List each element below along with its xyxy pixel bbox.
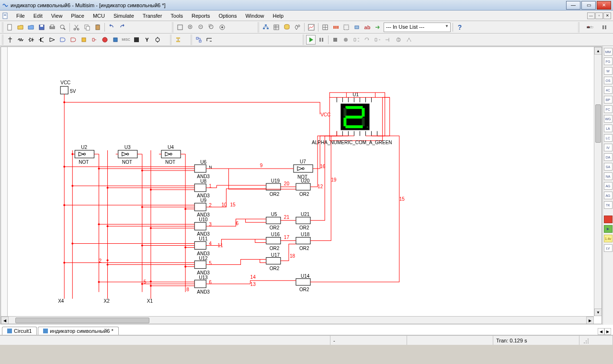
in-use-list-dropdown[interactable]: --- In Use List --- (384, 23, 451, 32)
record-button[interactable] (341, 35, 351, 45)
not-gate-u2[interactable]: U2 NOT (75, 145, 94, 165)
grapher-icon[interactable] (306, 23, 316, 32)
wattmeter-icon[interactable]: W (604, 67, 613, 75)
probe-current-icon[interactable] (604, 216, 613, 223)
hierarchy-icon[interactable] (261, 23, 271, 32)
seven-segment-display[interactable]: U1 VCC ALPHA_NUMERIC_COM_A_GREEN (312, 92, 392, 145)
place-source-icon[interactable] (5, 35, 15, 45)
tab-circuit1[interactable]: Circuit1 (2, 327, 37, 335)
not-gate-u7[interactable]: U7 NOT (294, 159, 313, 180)
vertical-scrollbar[interactable]: ▲ ▼ (594, 47, 602, 316)
multimeter-icon[interactable]: MM (604, 48, 613, 56)
mdi-close-button[interactable]: ✕ (603, 12, 611, 19)
stop-button[interactable] (330, 35, 340, 45)
print-icon[interactable] (47, 23, 57, 32)
switch-indicator-icon[interactable]: 0I (581, 23, 599, 32)
ag1-icon[interactable]: AG (604, 182, 613, 190)
undo-icon[interactable] (107, 23, 116, 32)
mdi-restore-button[interactable]: ▫ (595, 12, 603, 19)
find-icon[interactable] (293, 23, 302, 32)
probe-voltage-icon[interactable]: 1.4v (604, 235, 613, 242)
menu-edit[interactable]: Edit (30, 12, 46, 20)
freq-icon[interactable]: FC (604, 105, 613, 113)
strip-icon[interactable] (331, 23, 341, 32)
horizontal-scroll-thumb[interactable] (15, 318, 149, 323)
menu-transfer[interactable]: Transfer (139, 12, 166, 20)
and-gate-u13[interactable] (194, 280, 206, 288)
minimize-button[interactable]: — (566, 1, 580, 10)
text-icon[interactable]: ab (363, 23, 372, 32)
place-power-icon[interactable] (111, 35, 120, 45)
and-gate-u6[interactable] (194, 165, 206, 172)
print-preview-icon[interactable] (58, 23, 68, 32)
menu-reports[interactable]: Reports (188, 12, 214, 20)
pause-button[interactable] (317, 35, 326, 45)
probe-run-icon[interactable]: ▶ (604, 225, 613, 233)
logic-conv-icon[interactable]: LC (604, 134, 613, 142)
place-basic-icon[interactable] (16, 35, 25, 45)
place-advanced-icon[interactable] (132, 35, 141, 45)
maximize-button[interactable]: ▭ (581, 1, 596, 10)
place-analog-icon[interactable] (47, 35, 57, 45)
menu-help[interactable]: Help (269, 12, 288, 20)
or-gate-u18[interactable]: U18 OR2 (296, 232, 310, 250)
place-transistor-icon[interactable] (37, 35, 46, 45)
close-button[interactable]: ✕ (597, 1, 611, 10)
horizontal-scrollbar[interactable]: ◀ ▶ (1, 316, 594, 324)
place-misc-icon[interactable]: MISC (121, 35, 131, 45)
menu-view[interactable]: View (47, 12, 67, 20)
labview-icon[interactable]: LV (604, 244, 613, 252)
fgen-icon[interactable]: FG (604, 57, 613, 65)
place-ttl-icon[interactable] (58, 35, 68, 45)
postprocessor-icon[interactable] (320, 23, 330, 32)
net-icon[interactable]: NA (604, 172, 613, 180)
and-gate-u11[interactable] (194, 241, 206, 249)
ag2-icon[interactable]: AG (604, 192, 613, 199)
new-icon[interactable] (5, 23, 15, 32)
scroll-up-arrow-icon[interactable]: ▲ (594, 47, 602, 55)
tab-scroll-right-icon[interactable]: ▶ (604, 328, 611, 335)
scope-icon[interactable]: OS (604, 77, 613, 84)
dist-icon[interactable]: DA (604, 153, 613, 161)
goto-icon[interactable] (373, 23, 383, 32)
or-gate-u14[interactable]: U14 OR2 (296, 273, 310, 292)
or-gate-u21[interactable]: U21 OR2 (296, 212, 310, 230)
vcc-source[interactable]: VCC 5V (60, 80, 76, 102)
wordgen-icon[interactable]: WG (604, 115, 613, 123)
zoom-sheet-icon[interactable] (217, 23, 227, 32)
zoom-area-icon[interactable] (207, 23, 216, 32)
save-icon[interactable] (37, 23, 46, 32)
menu-file[interactable]: File (12, 12, 29, 20)
schematic-canvas[interactable]: VCC 5V U1 VCC (8, 47, 594, 316)
or-gate-u19[interactable]: U19 OR2 (266, 178, 281, 197)
scroll-right-arrow-icon[interactable]: ▶ (586, 317, 594, 324)
menu-window[interactable]: Window (241, 12, 268, 20)
menu-simulate[interactable]: Simulate (110, 12, 138, 20)
place-mixed-icon[interactable] (90, 35, 99, 45)
zoom-out-icon[interactable] (196, 23, 206, 32)
copy-icon[interactable] (82, 23, 92, 32)
and-gate-u12[interactable] (194, 261, 206, 269)
menu-options[interactable]: Options (215, 12, 241, 20)
and-gate-u9[interactable] (194, 203, 206, 211)
menu-place[interactable]: Place (67, 12, 88, 20)
bode-icon[interactable]: BP (604, 96, 613, 103)
or-gate-u17[interactable]: U17 OR2 (266, 252, 281, 271)
toggle-bp-icon[interactable] (404, 35, 414, 45)
zoom-full-icon[interactable] (175, 23, 185, 32)
database-icon[interactable] (282, 23, 292, 32)
place-electromech-icon[interactable] (153, 35, 162, 45)
step-to-icon[interactable] (383, 35, 393, 45)
zoom-in-icon[interactable] (186, 23, 195, 32)
breakpoint-icon[interactable]: b (394, 35, 403, 45)
run-button[interactable] (306, 35, 316, 45)
scroll-left-arrow-icon[interactable]: ◀ (1, 317, 9, 324)
or-gate-u20[interactable]: U20 OR2 (296, 178, 310, 197)
place-bus-icon[interactable] (173, 35, 183, 45)
vertical-scroll-thumb[interactable] (595, 104, 601, 143)
place-diode-icon[interactable] (26, 35, 36, 45)
and-gate-u10[interactable] (194, 222, 206, 230)
redo-icon[interactable] (117, 23, 127, 32)
menu-mcu[interactable]: MCU (89, 12, 109, 20)
or-gate-u16[interactable]: U16 OR2 (266, 232, 281, 250)
